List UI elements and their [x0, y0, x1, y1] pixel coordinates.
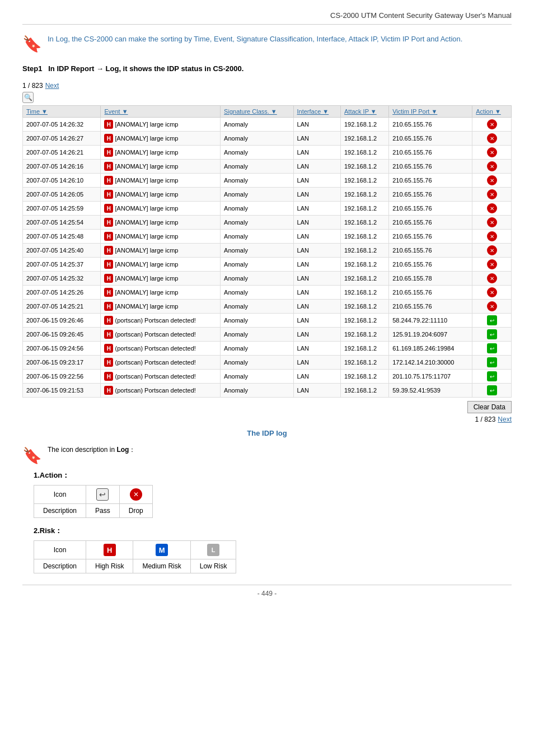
cell-action: ✕ — [472, 160, 512, 174]
clear-data-button[interactable]: Clear Data — [467, 401, 512, 413]
col-sig-class[interactable]: Signature Class. ▼ — [221, 106, 293, 118]
cell-time: 2007-06-15 09:22:56 — [23, 370, 101, 384]
cell-interface: LAN — [293, 286, 340, 300]
col-action[interactable]: Action ▼ — [472, 106, 512, 118]
cell-attack-ip: 192.168.1.2 — [341, 258, 389, 272]
cell-time: 2007-06-15 09:24:56 — [23, 342, 101, 356]
high-risk-icon: H — [104, 544, 116, 556]
cell-victim-ip-port: 58.244.79.22:11110 — [389, 314, 472, 328]
cell-action: ↩ — [472, 328, 512, 342]
risk-high-label: High Risk — [86, 559, 133, 573]
cell-action: ✕ — [472, 174, 512, 188]
cell-attack-ip: 192.168.1.2 — [341, 328, 389, 342]
cell-time: 2007-07-05 14:26:27 — [23, 132, 101, 146]
cell-victim-ip-port: 210.65.155.76 — [389, 216, 472, 230]
cell-interface: LAN — [293, 160, 340, 174]
cell-time: 2007-07-05 14:25:26 — [23, 286, 101, 300]
table-row: 2007-07-05 14:25:21 H [ANOMALY] large ic… — [23, 300, 512, 314]
cell-interface: LAN — [293, 258, 340, 272]
cell-time: 2007-07-05 14:25:59 — [23, 202, 101, 216]
cell-time: 2007-07-05 14:25:40 — [23, 244, 101, 258]
cell-interface: LAN — [293, 146, 340, 160]
action-drop-icon: ✕ — [487, 245, 497, 255]
cell-interface: LAN — [293, 174, 340, 188]
action-drop-icon: ✕ — [487, 301, 497, 311]
cell-sig-class: Anomaly — [221, 202, 293, 216]
risk-section: 2.Risk： Icon H M L Description High Risk… — [34, 526, 512, 573]
cell-action: ✕ — [472, 230, 512, 244]
risk-h-icon: H — [104, 232, 113, 241]
cell-time: 2007-07-05 14:25:32 — [23, 272, 101, 286]
cell-time: 2007-07-05 14:25:48 — [23, 230, 101, 244]
log-table: Time ▼ Event ▼ Signature Class. ▼ Interf… — [22, 105, 512, 398]
cell-victim-ip-port: 210.65.155.76 — [389, 174, 472, 188]
cell-event: H [ANOMALY] large icmp — [101, 216, 221, 230]
table-row: 2007-07-05 14:25:48 H [ANOMALY] large ic… — [23, 230, 512, 244]
cell-time: 2007-07-05 14:26:10 — [23, 174, 101, 188]
cell-time: 2007-07-05 14:26:32 — [23, 118, 101, 132]
action-drop-icon: ✕ — [487, 189, 497, 199]
pagination-bottom-next[interactable]: Next — [498, 416, 512, 423]
cell-event: H (portscan) Portscan detected! — [101, 314, 221, 328]
table-row: 2007-07-05 14:25:59 H [ANOMALY] large ic… — [23, 202, 512, 216]
action-drop-icon: ✕ — [487, 259, 497, 269]
cell-sig-class: Anomaly — [221, 342, 293, 356]
cell-interface: LAN — [293, 132, 340, 146]
risk-h-icon: H — [104, 176, 113, 185]
medium-risk-icon: M — [156, 544, 168, 556]
risk-h-icon: H — [104, 302, 113, 311]
cell-attack-ip: 192.168.1.2 — [341, 244, 389, 258]
table-row: 2007-06-15 09:26:45 H (portscan) Portsca… — [23, 328, 512, 342]
action-pass-icon: ↩ — [487, 371, 497, 381]
search-icon-row: 🔍 — [22, 92, 512, 103]
cell-interface: LAN — [293, 384, 340, 398]
col-victim-ip-port[interactable]: Victim IP Port ▼ — [389, 106, 472, 118]
step1-label: Step1 In IDP Report → Log, it shows the … — [22, 64, 512, 73]
risk-h-icon: H — [104, 288, 113, 297]
cell-time: 2007-06-15 09:23:17 — [23, 356, 101, 370]
cell-sig-class: Anomaly — [221, 300, 293, 314]
action-drop-icon: ✕ — [487, 161, 497, 171]
table-row: 2007-07-05 14:25:37 H [ANOMALY] large ic… — [23, 258, 512, 272]
intro-icon: 🔖 — [22, 35, 42, 53]
risk-h-icon: H — [104, 218, 113, 227]
cell-victim-ip-port: 210.65.155.76 — [389, 286, 472, 300]
pagination-top-next[interactable]: Next — [45, 82, 59, 90]
cell-event: H [ANOMALY] large icmp — [101, 230, 221, 244]
cell-victim-ip-port: 210.65.155.76 — [389, 202, 472, 216]
cell-time: 2007-07-05 14:26:16 — [23, 160, 101, 174]
cell-victim-ip-port: 210.65.155.76 — [389, 188, 472, 202]
cell-interface: LAN — [293, 370, 340, 384]
cell-victim-ip-port: 210.65.155.76 — [389, 146, 472, 160]
action-pass-icon: ↩ — [487, 343, 497, 353]
cell-interface: LAN — [293, 216, 340, 230]
cell-event: H (portscan) Portscan detected! — [101, 356, 221, 370]
cell-interface: LAN — [293, 300, 340, 314]
cell-attack-ip: 192.168.1.2 — [341, 300, 389, 314]
risk-low-icon-cell: L — [190, 541, 236, 559]
table-row: 2007-06-15 09:21:53 H (portscan) Portsca… — [23, 384, 512, 398]
risk-h-icon: H — [104, 372, 113, 381]
cell-event: H [ANOMALY] large icmp — [101, 174, 221, 188]
cell-event: H [ANOMALY] large icmp — [101, 146, 221, 160]
risk-h-icon: H — [104, 162, 113, 171]
cell-event: H (portscan) Portscan detected! — [101, 328, 221, 342]
cell-attack-ip: 192.168.1.2 — [341, 160, 389, 174]
risk-description-label: Description — [34, 559, 86, 573]
col-time[interactable]: Time ▼ — [23, 106, 101, 118]
search-icon[interactable]: 🔍 — [22, 92, 34, 103]
cell-interface: LAN — [293, 356, 340, 370]
col-interface[interactable]: Interface ▼ — [293, 106, 340, 118]
risk-medium-icon-cell: M — [133, 541, 190, 559]
cell-action: ↩ — [472, 342, 512, 356]
action-pass-icon-cell: ↩ — [86, 486, 120, 504]
cell-attack-ip: 192.168.1.2 — [341, 174, 389, 188]
cell-attack-ip: 192.168.1.2 — [341, 356, 389, 370]
cell-victim-ip-port: 210.65.155.76 — [389, 258, 472, 272]
col-event[interactable]: Event ▼ — [101, 106, 221, 118]
table-row: 2007-07-05 14:26:32 H [ANOMALY] large ic… — [23, 118, 512, 132]
cell-attack-ip: 192.168.1.2 — [341, 384, 389, 398]
cell-victim-ip-port: 61.169.185.246:19984 — [389, 342, 472, 356]
col-attack-ip[interactable]: Attack IP ▼ — [341, 106, 389, 118]
table-row: 2007-07-05 14:26:10 H [ANOMALY] large ic… — [23, 174, 512, 188]
